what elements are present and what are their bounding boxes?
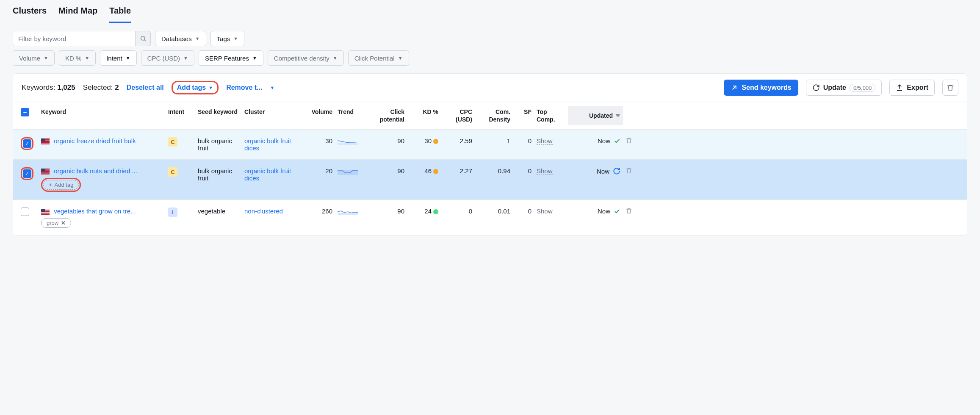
delete-button[interactable] (942, 80, 958, 96)
tags-filter[interactable]: Tags▼ (210, 31, 245, 46)
tags-label: Tags (217, 35, 230, 42)
cell-kd: 46 (407, 166, 441, 175)
col-cpc[interactable]: CPC (USD) (441, 106, 475, 125)
selected-total: Selected: 2 (83, 83, 119, 92)
cell-com-density: 1 (475, 136, 513, 145)
trash-icon[interactable] (626, 137, 632, 144)
intent-badge-i: I (168, 208, 177, 217)
add-tags-highlight: Add tags ▼ (172, 81, 219, 94)
kd-difficulty-dot (433, 209, 438, 214)
trash-icon[interactable] (626, 167, 632, 174)
cluster-link[interactable]: non-clustered (244, 208, 283, 215)
show-link[interactable]: Show (537, 208, 553, 215)
col-click-potential[interactable]: Click potential (365, 106, 407, 125)
update-button[interactable]: Update 0/5,000 (806, 80, 882, 96)
cell-sf: 0 (513, 207, 534, 216)
row-checkbox[interactable]: ✓ (23, 139, 31, 148)
table-row: ✓ organic bulk nuts and dried ... + Add … (13, 160, 967, 200)
keyword-filter-group (13, 31, 151, 46)
cell-seed: bulk organic fruit (195, 136, 242, 152)
col-seed[interactable]: Seed keyword (195, 106, 242, 117)
tab-clusters[interactable]: Clusters (13, 6, 47, 23)
col-kd[interactable]: KD % (407, 106, 441, 117)
more-actions-button[interactable]: ▼ (270, 85, 275, 90)
cell-seed: vegetable (195, 207, 242, 216)
cell-top-comp: Show (534, 166, 568, 175)
view-tabs: Clusters Mind Map Table (0, 0, 980, 23)
indeterminate-icon (22, 110, 28, 115)
cell-volume: 20 (297, 166, 335, 175)
remove-tags-button[interactable]: Remove t... (226, 84, 262, 91)
intent-filter[interactable]: Intent▼ (100, 50, 136, 66)
keyword-link[interactable]: organic bulk nuts and dried ... (54, 167, 137, 174)
click-potential-filter[interactable]: Click Potential▼ (348, 50, 409, 66)
deselect-all-button[interactable]: Deselect all (127, 84, 164, 91)
check-icon (614, 208, 620, 215)
chevron-down-icon: ▼ (85, 55, 89, 61)
close-icon[interactable]: ✕ (61, 220, 66, 226)
col-volume[interactable]: Volume (297, 106, 335, 117)
col-sf[interactable]: SF (513, 106, 534, 117)
table-row: vegetables that grow on tre... grow ✕ I … (13, 200, 967, 236)
cpc-filter[interactable]: CPC (USD)▼ (141, 50, 194, 66)
send-keywords-button[interactable]: Send keywords (724, 80, 798, 96)
kd-filter[interactable]: KD %▼ (59, 50, 96, 66)
select-all-checkbox[interactable] (21, 108, 29, 116)
show-link[interactable]: Show (537, 167, 553, 175)
cell-sf: 0 (513, 136, 534, 145)
export-label: Export (907, 84, 928, 91)
row-checkbox[interactable]: ✓ (23, 169, 31, 178)
add-tag-button[interactable]: + Add tag (43, 180, 79, 190)
us-flag-icon (41, 209, 50, 215)
serp-filter[interactable]: SERP Features▼ (199, 50, 263, 66)
svg-line-1 (144, 40, 146, 41)
plus-icon: + (49, 182, 52, 188)
cell-volume: 260 (297, 207, 335, 216)
filter-bar: Databases▼ Tags▼ (0, 23, 980, 46)
cell-updated: Now (568, 136, 623, 145)
col-updated[interactable]: Updated (568, 106, 623, 125)
kd-difficulty-dot (433, 169, 438, 174)
cell-top-comp: Show (534, 136, 568, 145)
cell-cluster: organic bulk fruit dices (242, 136, 297, 152)
col-intent[interactable]: Intent (166, 106, 195, 117)
cell-com-density: 0.01 (475, 207, 513, 216)
keyword-link[interactable]: organic freeze dried fruit bulk (54, 137, 136, 144)
update-count-badge: 0/5,000 (850, 84, 875, 92)
col-top-comp[interactable]: Top Comp. (534, 106, 568, 125)
kd-label: KD % (65, 55, 81, 62)
keyword-link[interactable]: vegetables that grow on tre... (54, 208, 136, 215)
chevron-down-icon: ▼ (195, 36, 200, 41)
add-tags-button[interactable]: Add tags ▼ (177, 84, 213, 91)
tag-chip[interactable]: grow ✕ (41, 218, 71, 228)
competitive-filter[interactable]: Competitive density▼ (268, 50, 344, 66)
serp-label: SERP Features (205, 55, 249, 62)
chevron-down-icon: ▼ (44, 55, 48, 61)
col-trend[interactable]: Trend (335, 106, 365, 117)
volume-filter[interactable]: Volume▼ (13, 50, 55, 66)
cell-trend (335, 166, 365, 177)
col-keyword[interactable]: Keyword (39, 106, 166, 117)
cluster-link[interactable]: organic bulk fruit dices (244, 137, 291, 152)
show-link[interactable]: Show (537, 137, 553, 145)
search-button[interactable] (136, 31, 151, 46)
intent-badge-c: C (168, 167, 177, 177)
cell-cluster: organic bulk fruit dices (242, 166, 297, 183)
cell-updated: Now (568, 207, 623, 216)
cell-cpc: 2.59 (441, 136, 475, 145)
col-cluster[interactable]: Cluster (242, 106, 297, 117)
cpc-label: CPC (USD) (147, 55, 180, 62)
export-icon (896, 84, 903, 91)
refresh-icon[interactable] (613, 167, 620, 175)
col-com-density[interactable]: Com. Density (475, 106, 513, 125)
cluster-link[interactable]: organic bulk fruit dices (244, 167, 291, 182)
tab-mindmap[interactable]: Mind Map (58, 6, 97, 23)
export-button[interactable]: Export (889, 80, 935, 96)
databases-filter[interactable]: Databases▼ (155, 31, 206, 46)
keyword-filter-input[interactable] (13, 31, 136, 46)
add-tag-highlight: + Add tag (41, 178, 81, 192)
trash-icon[interactable] (626, 208, 632, 214)
tab-table[interactable]: Table (109, 6, 131, 23)
row-checkbox[interactable] (21, 208, 29, 216)
chevron-down-icon: ▼ (233, 36, 238, 41)
